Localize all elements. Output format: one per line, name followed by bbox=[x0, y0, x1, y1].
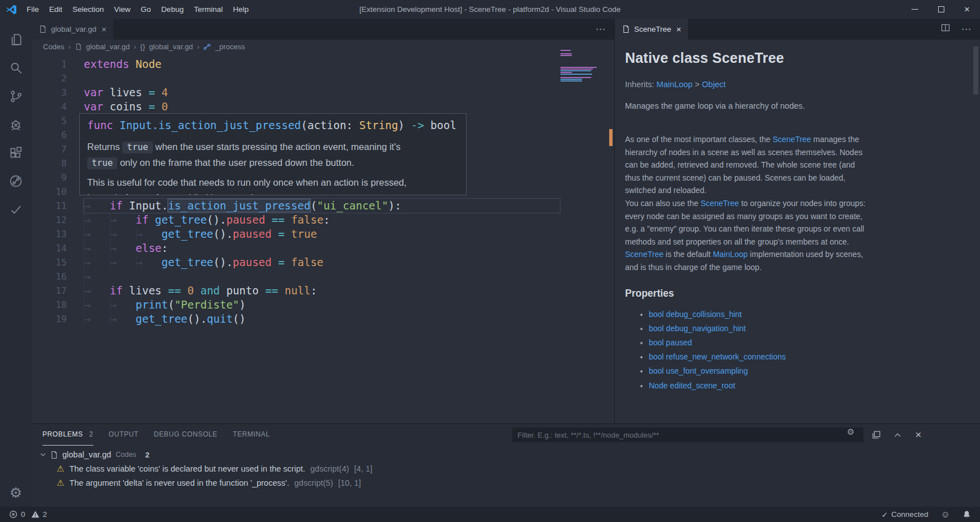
filter-gear-icon[interactable]: ⚙ bbox=[847, 427, 854, 437]
line-number: 17 bbox=[32, 284, 67, 298]
minimap-line bbox=[560, 67, 597, 68]
doc-inherits: Inherits: MainLoop > Object bbox=[625, 80, 969, 89]
explorer-icon[interactable] bbox=[2, 25, 29, 54]
panel-tab-problems[interactable]: PROBLEMS2 bbox=[42, 424, 93, 446]
doc-summary: Manages the game loop via a hierarchy of… bbox=[625, 101, 969, 110]
doc-link[interactable]: Object bbox=[702, 80, 726, 89]
menu-selection[interactable]: Selection bbox=[67, 0, 109, 19]
code-line: 14→→else: bbox=[32, 241, 614, 255]
bottom-panel: PROBLEMS2OUTPUTDEBUG CONSOLETERMINAL ⚙ ×… bbox=[32, 423, 980, 507]
problem-row[interactable]: ⚠The class variable 'coins' is declared … bbox=[32, 461, 980, 476]
minimize-button[interactable] bbox=[902, 0, 928, 19]
breadcrumb-method[interactable]: _process bbox=[215, 42, 245, 51]
connection-status[interactable]: ✓ Connected bbox=[881, 510, 928, 519]
search-icon[interactable] bbox=[2, 54, 29, 82]
code-editor[interactable]: 1extends Node23var lives = 44var coins =… bbox=[32, 54, 614, 423]
line-number: 2 bbox=[32, 71, 67, 85]
line-number: 19 bbox=[32, 312, 67, 326]
tab-global-var-gd[interactable]: global_var.gd × bbox=[32, 19, 113, 40]
property-link[interactable]: bool debug_navigation_hint bbox=[649, 322, 969, 336]
maximize-icon bbox=[938, 6, 944, 12]
live-share-icon[interactable] bbox=[2, 167, 29, 195]
doc-inherits-links: MainLoop > Object bbox=[657, 80, 726, 89]
doc-link[interactable]: SceneTree bbox=[625, 250, 664, 259]
tab-scenetree[interactable]: SceneTree × bbox=[615, 19, 688, 40]
menu-view[interactable]: View bbox=[109, 0, 136, 19]
code-line: 11→if Input.is_action_just_pressed("ui_c… bbox=[32, 199, 614, 213]
problems-list: ⚠The class variable 'coins' is declared … bbox=[32, 461, 980, 490]
line-content: →→if get_tree().paused == false: bbox=[84, 213, 560, 227]
menu-go[interactable]: Go bbox=[136, 0, 156, 19]
breadcrumb-file[interactable]: global_var.gd bbox=[86, 42, 130, 51]
feedback-smiley-icon[interactable]: ☺ bbox=[941, 510, 950, 520]
line-content: var lives = 4 bbox=[84, 85, 560, 100]
minimap-line bbox=[560, 79, 582, 80]
minimap-line bbox=[560, 77, 591, 78]
panel-actions: × bbox=[871, 424, 924, 446]
check-icon: ✓ bbox=[881, 510, 888, 519]
menu-edit[interactable]: Edit bbox=[44, 0, 67, 19]
hover-body: Returns true when the user starts pressi… bbox=[80, 139, 466, 195]
line-number: 9 bbox=[32, 170, 67, 185]
test-check-icon[interactable] bbox=[2, 195, 29, 224]
code-line: 2 bbox=[32, 71, 614, 85]
code-line: 4var coins = 0 bbox=[32, 100, 614, 114]
panel-tab-output[interactable]: OUTPUT bbox=[109, 424, 139, 446]
doc-link[interactable]: SceneTree bbox=[773, 135, 811, 144]
restore-panel-icon[interactable] bbox=[871, 430, 882, 439]
doc-link[interactable]: MainLoop bbox=[713, 250, 748, 259]
code-line: 1extends Node bbox=[32, 57, 614, 71]
close-tab-icon[interactable]: × bbox=[675, 24, 683, 34]
breadcrumb-folder[interactable]: Codes bbox=[43, 42, 65, 51]
problem-row[interactable]: ⚠The argument 'delta' is never used in t… bbox=[32, 476, 980, 490]
doc-scrollbar[interactable] bbox=[973, 46, 978, 95]
doc-link[interactable]: SceneTree bbox=[700, 199, 739, 208]
manage-gear-icon[interactable]: ⚙ bbox=[10, 485, 22, 501]
minimap[interactable] bbox=[560, 50, 601, 85]
panel-tab-terminal[interactable]: TERMINAL bbox=[233, 424, 269, 446]
property-link[interactable]: bool paused bbox=[649, 336, 969, 350]
minimap-line bbox=[560, 74, 592, 75]
doc-properties-list: bool debug_collisions_hintbool debug_nav… bbox=[625, 307, 969, 393]
warning-icon: ⚠ bbox=[57, 464, 64, 474]
property-link[interactable]: Node edited_scene_root bbox=[649, 379, 969, 393]
menu-help[interactable]: Help bbox=[228, 0, 254, 19]
debug-icon[interactable] bbox=[2, 110, 29, 139]
problems-filter-input[interactable] bbox=[512, 427, 863, 442]
property-link[interactable]: bool debug_collisions_hint bbox=[649, 307, 969, 322]
highlighted-word: is_action_just_pressed bbox=[168, 199, 311, 212]
property-link[interactable]: bool use_font_oversampling bbox=[649, 364, 969, 378]
panel-tab-debug-console[interactable]: DEBUG CONSOLE bbox=[154, 424, 218, 446]
minimap-line bbox=[560, 75, 564, 76]
maximize-button[interactable] bbox=[928, 0, 954, 19]
line-number: 7 bbox=[32, 142, 67, 156]
more-actions-icon[interactable]: ⋯ bbox=[961, 23, 971, 35]
chevron-up-icon[interactable] bbox=[892, 431, 903, 439]
close-panel-icon[interactable]: × bbox=[913, 429, 924, 441]
property-link[interactable]: bool refuse_new_network_connections bbox=[649, 350, 969, 364]
method-symbol-icon bbox=[203, 43, 211, 50]
menu-debug[interactable]: Debug bbox=[156, 0, 189, 19]
doc-link[interactable]: MainLoop bbox=[657, 80, 693, 89]
minimize-icon bbox=[911, 9, 918, 10]
panel-tabs: PROBLEMS2OUTPUTDEBUG CONSOLETERMINAL bbox=[42, 424, 285, 446]
code-line: 16→ bbox=[32, 269, 614, 284]
problems-status[interactable]: 0 2 bbox=[9, 510, 47, 519]
minimap-line bbox=[560, 50, 571, 51]
more-actions-icon[interactable]: ⋯ bbox=[596, 23, 605, 35]
line-number: 4 bbox=[32, 100, 67, 114]
split-editor-icon[interactable] bbox=[941, 23, 950, 35]
line-number: 10 bbox=[32, 185, 67, 199]
breadcrumb-symbol-file[interactable]: global_var.gd bbox=[149, 42, 192, 51]
menu-file[interactable]: File bbox=[22, 0, 44, 19]
notifications-bell-icon[interactable] bbox=[962, 510, 971, 519]
hover-signature: func Input.is_action_just_pressed(action… bbox=[80, 118, 466, 135]
editor-tabs-left: global_var.gd × ⋯ bbox=[32, 19, 614, 40]
close-tab-icon[interactable]: × bbox=[100, 24, 108, 34]
source-control-icon[interactable] bbox=[2, 82, 29, 110]
close-button[interactable]: × bbox=[954, 0, 980, 19]
menu-terminal[interactable]: Terminal bbox=[189, 0, 228, 19]
doc-properties-heading: Properties bbox=[625, 288, 969, 299]
extensions-icon[interactable] bbox=[2, 139, 29, 167]
problems-file-group[interactable]: global_var.gd Codes 2 bbox=[32, 448, 980, 461]
